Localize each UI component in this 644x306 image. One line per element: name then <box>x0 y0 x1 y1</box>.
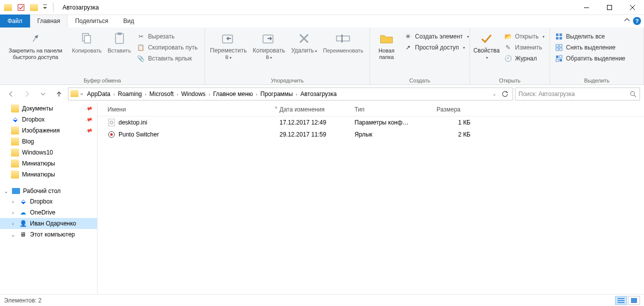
back-button[interactable] <box>4 87 18 101</box>
breadcrumb-segment[interactable]: Автозагрузка <box>298 90 339 98</box>
paste-icon <box>112 30 128 46</box>
help-icon[interactable]: ? <box>633 17 641 25</box>
expand-icon[interactable]: ⌄ <box>3 188 9 194</box>
invert-selection-button[interactable]: Обратить выделение <box>553 54 628 64</box>
sidebar-item[interactable]: ›⬙Dropbox <box>0 196 97 207</box>
group-select-label: Выделить <box>553 76 640 84</box>
maximize-button[interactable] <box>598 0 621 15</box>
sidebar-item-label: OneDrive <box>30 209 56 216</box>
sidebar-item[interactable]: Blog <box>0 136 97 147</box>
file-row[interactable]: Punto Switcher29.12.2017 11:59Ярлык2 КБ <box>98 128 644 140</box>
move-to-button[interactable]: Переместить в▾ <box>208 30 249 62</box>
svg-rect-14 <box>556 37 558 40</box>
up-button[interactable] <box>52 87 66 101</box>
breadcrumb-segment[interactable]: Microsoft <box>148 90 176 98</box>
chevron-right-icon[interactable]: › <box>255 92 258 97</box>
file-row[interactable]: desktop.ini17.12.2017 12:49Параметры кон… <box>98 116 644 128</box>
sidebar-item[interactable]: Windows10 <box>0 147 97 158</box>
svg-rect-29 <box>618 298 624 299</box>
breadcrumb-segment[interactable]: AppData <box>85 90 112 98</box>
refresh-button[interactable] <box>502 90 508 98</box>
col-size[interactable]: Размера <box>426 106 470 113</box>
svg-rect-32 <box>631 298 637 303</box>
view-large-button[interactable] <box>628 296 640 305</box>
sidebar-item[interactable]: Изображения <box>0 125 97 136</box>
expand-icon[interactable]: ⌄ <box>10 232 16 238</box>
col-date[interactable]: Дата изменения <box>280 106 354 113</box>
tab-share[interactable]: Поделиться <box>68 14 116 28</box>
expand-icon[interactable]: › <box>10 210 16 216</box>
paste-button[interactable]: Вставить <box>106 30 133 55</box>
breadcrumb-segment[interactable]: Roaming <box>116 90 144 98</box>
recent-dropdown[interactable] <box>36 87 50 101</box>
select-none-button[interactable]: Снять выделение <box>553 42 628 52</box>
svg-rect-16 <box>556 44 558 47</box>
tab-file[interactable]: Файл <box>0 14 30 28</box>
folder-icon <box>11 170 19 178</box>
paste-shortcut-button[interactable]: 📎Вставить ярлык <box>135 54 200 64</box>
sidebar-item[interactable]: ⌄Рабочий стол <box>0 186 97 196</box>
new-item-button[interactable]: ✳Создать элемент▾ <box>402 32 471 42</box>
select-all-button[interactable]: Выделить все <box>553 32 628 42</box>
folder-icon <box>11 148 19 156</box>
svg-rect-31 <box>618 302 624 303</box>
pin-quickaccess-button[interactable]: Закрепить на панели быстрого доступа <box>3 30 68 62</box>
sidebar-item-label: Windows10 <box>22 149 53 156</box>
tab-home[interactable]: Главная <box>30 14 68 28</box>
sidebar-item[interactable]: Миниатюры <box>0 169 97 180</box>
sidebar-item[interactable]: ›👤Иван Одарченко <box>0 218 97 229</box>
copy-path-icon: 📋 <box>137 44 145 52</box>
view-details-button[interactable] <box>615 296 627 305</box>
breadcrumb-bar[interactable]: « AppData›Roaming›Microsoft›Windows›Глав… <box>68 88 513 100</box>
chevron-right-icon[interactable]: › <box>144 92 148 97</box>
copy-path-button[interactable]: 📋Скопировать путь <box>135 42 200 52</box>
ribbon-collapse-icon[interactable] <box>624 17 630 23</box>
qat-properties-icon[interactable] <box>16 2 26 12</box>
address-dropdown-icon[interactable]: ⌄ <box>492 92 498 96</box>
sidebar-item[interactable]: ›☁OneDrive <box>0 207 97 218</box>
forward-button[interactable] <box>20 87 34 101</box>
breadcrumb-root-chevron[interactable]: « <box>80 92 84 96</box>
col-type[interactable]: Тип <box>354 106 426 113</box>
cut-button[interactable]: ✂Вырезать <box>135 32 200 42</box>
expand-icon[interactable]: › <box>10 221 16 226</box>
breadcrumb-segment[interactable]: Главное меню <box>211 90 255 98</box>
easy-access-button[interactable]: ↗Простой доступ▾ <box>402 42 471 52</box>
new-folder-button[interactable]: Новая папка <box>373 30 400 62</box>
breadcrumb-segment[interactable]: Windows <box>179 90 208 98</box>
select-none-icon <box>555 44 563 52</box>
navigation-pane: Документы⬙DropboxИзображенияBlogWindows1… <box>0 103 98 293</box>
sidebar-item[interactable]: ⌄🖥Этот компьютер <box>0 229 97 240</box>
delete-button[interactable]: Удалить▾ <box>289 30 319 56</box>
sidebar-item[interactable]: Миниатюры <box>0 158 97 169</box>
svg-rect-21 <box>560 56 562 58</box>
search-input[interactable]: Поиск: Автозагрузка <box>515 88 640 100</box>
history-button[interactable]: 🕘Журнал <box>502 54 546 64</box>
tab-view[interactable]: Вид <box>116 14 142 28</box>
folder-icon <box>11 104 19 112</box>
file-list: Имени ^ Дата изменения Тип Размера deskt… <box>98 103 644 293</box>
breadcrumb-segment[interactable]: Программы <box>258 90 295 98</box>
search-icon <box>630 90 636 98</box>
ini-icon <box>108 118 116 126</box>
minimize-button[interactable] <box>575 0 598 15</box>
properties-button[interactable]: Свойства▾ <box>473 30 500 62</box>
copy-to-button[interactable]: Копировать в▾ <box>251 30 288 62</box>
qat-dropdown-icon[interactable] <box>42 2 48 12</box>
close-button[interactable] <box>621 0 644 15</box>
status-bar: Элементов: 2 <box>0 294 644 306</box>
expand-icon[interactable]: › <box>10 199 16 204</box>
copy-button[interactable]: Копировать <box>70 30 104 55</box>
chevron-right-icon[interactable]: › <box>112 92 116 97</box>
col-name[interactable]: Имени <box>108 106 126 113</box>
rename-button[interactable]: Переименовать <box>321 30 366 55</box>
file-name: desktop.ini <box>118 119 147 126</box>
open-button[interactable]: 📂Открыть▾ <box>502 32 546 42</box>
ribbon: Закрепить на панели быстрого доступа Коп… <box>0 28 644 85</box>
svg-rect-11 <box>342 34 342 42</box>
chevron-right-icon[interactable]: › <box>295 92 298 97</box>
edit-button[interactable]: ✎Изменить <box>502 42 546 52</box>
sidebar-item[interactable]: ⬙Dropbox <box>0 114 97 125</box>
column-headers[interactable]: Имени ^ Дата изменения Тип Размера <box>98 103 644 116</box>
sidebar-item[interactable]: Документы <box>0 103 97 114</box>
